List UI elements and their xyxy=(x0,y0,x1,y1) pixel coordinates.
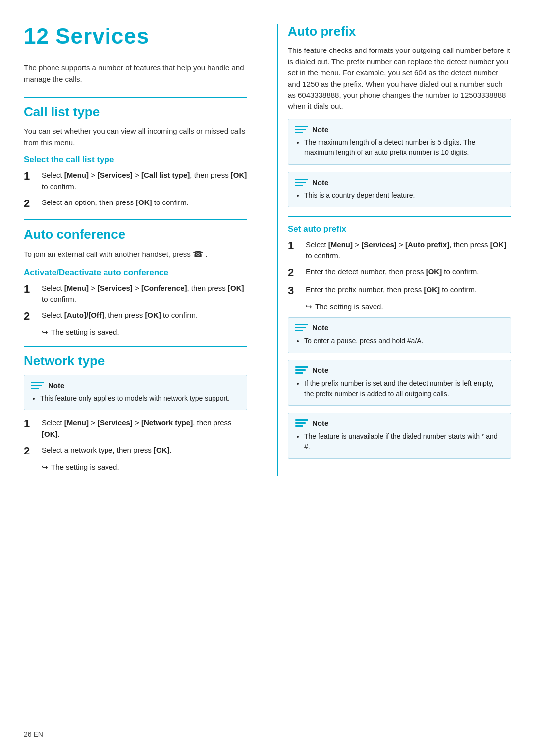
step-number: 1 xyxy=(24,170,38,183)
note-item: The maximum length of a detect number is… xyxy=(304,137,504,158)
note-content: This is a country dependent feature. xyxy=(295,190,504,201)
note-content: This feature only applies to models with… xyxy=(31,393,240,403)
auto-prefix-note-2: Note This is a country dependent feature… xyxy=(288,172,511,207)
note-label: Note xyxy=(312,323,328,332)
auto-conference-steps: 1 Select [Menu] > [Services] > [Conferen… xyxy=(24,283,247,323)
step-text: Select [Menu] > [Services] > [Auto prefi… xyxy=(306,239,511,261)
right-column: Auto prefix This feature checks and form… xyxy=(277,24,511,476)
note-icon xyxy=(295,365,308,375)
auto-conference-title: Auto conference xyxy=(24,227,247,242)
note-header: Note xyxy=(295,365,504,375)
auto-conf-result: ↪ The setting is saved. xyxy=(42,328,247,337)
left-column: 12 Services The phone supports a number … xyxy=(24,24,257,476)
step-number: 2 xyxy=(24,197,38,210)
auto-prefix-title: Auto prefix xyxy=(288,24,511,39)
select-call-list-subsection: Select the call list type xyxy=(24,155,247,165)
step-number: 1 xyxy=(24,417,38,430)
step-number: 2 xyxy=(24,445,38,457)
note-item: The feature is unavailable if the dialed… xyxy=(304,431,504,452)
step-number: 1 xyxy=(24,283,38,296)
network-type-steps: 1 Select [Menu] > [Services] > [Network … xyxy=(24,417,247,457)
note-icon xyxy=(295,124,308,134)
intro-text: The phone supports a number of features … xyxy=(24,62,247,85)
phone-icon: ☎ xyxy=(193,248,203,261)
step-text: Select [Menu] > [Services] > [Network ty… xyxy=(42,417,247,440)
arrow-icon: ↪ xyxy=(42,463,48,472)
call-list-type-desc: You can set whether you can view all inc… xyxy=(24,126,247,148)
note-icon xyxy=(295,323,308,333)
section-divider-auto-conf xyxy=(24,219,247,220)
auto-prefix-note-1: Note The maximum length of a detect numb… xyxy=(288,119,511,165)
call-list-type-title: Call list type xyxy=(24,104,247,120)
note-header: Note xyxy=(295,177,504,187)
step-item: 2 Select a network type, then press [OK]… xyxy=(24,445,247,457)
note-content: If the prefix number is set and the dete… xyxy=(295,378,504,399)
set-prefix-note-2: Note If the prefix number is set and the… xyxy=(288,360,511,406)
note-label: Note xyxy=(312,366,328,374)
note-item: If the prefix number is set and the dete… xyxy=(304,378,504,399)
step-number: 1 xyxy=(288,239,302,252)
note-label: Note xyxy=(312,125,328,134)
auto-prefix-desc: This feature checks and formats your out… xyxy=(288,45,511,112)
step-item: 2 Select an option, then press [OK] to c… xyxy=(24,197,247,210)
auto-conference-desc: To join an external call with another ha… xyxy=(24,248,247,261)
note-content: To enter a pause, press and hold #a/A. xyxy=(295,336,504,346)
note-icon xyxy=(295,177,308,187)
arrow-icon: ↪ xyxy=(306,302,312,311)
step-item: 1 Select [Menu] > [Services] > [Conferen… xyxy=(24,283,247,305)
step-number: 2 xyxy=(24,310,38,323)
note-item: This is a country dependent feature. xyxy=(304,190,504,201)
chapter-title: 12 Services xyxy=(24,24,247,49)
step-number: 2 xyxy=(288,266,302,279)
set-auto-prefix-result: ↪ The setting is saved. xyxy=(306,302,511,311)
step-text: Enter the prefix number, then press [OK]… xyxy=(306,284,477,296)
call-list-steps: 1 Select [Menu] > [Services] > [Call lis… xyxy=(24,170,247,210)
note-content: The maximum length of a detect number is… xyxy=(295,137,504,158)
section-divider-set-prefix xyxy=(288,216,511,217)
note-label: Note xyxy=(48,381,64,390)
step-text: Select an option, then press [OK] to con… xyxy=(42,197,189,208)
note-header: Note xyxy=(295,124,504,134)
step-text: Enter the detect number, then press [OK]… xyxy=(306,266,479,278)
step-item: 2 Enter the detect number, then press [O… xyxy=(288,266,511,279)
step-text: Select a network type, then press [OK]. xyxy=(42,445,172,456)
step-item: 1 Select [Menu] > [Services] > [Network … xyxy=(24,417,247,440)
step-text: Select [Auto]/[Off], then press [OK] to … xyxy=(42,310,198,321)
section-divider-network xyxy=(24,346,247,347)
note-header: Note xyxy=(31,380,240,390)
step-item: 1 Select [Menu] > [Services] > [Auto pre… xyxy=(288,239,511,261)
page-footer: 26 EN xyxy=(24,730,43,738)
note-item: To enter a pause, press and hold #a/A. xyxy=(304,336,504,346)
note-icon xyxy=(295,418,308,428)
note-label: Note xyxy=(312,419,328,427)
step-item: 2 Select [Auto]/[Off], then press [OK] t… xyxy=(24,310,247,323)
network-type-result: ↪ The setting is saved. xyxy=(42,463,247,472)
note-item: This feature only applies to models with… xyxy=(40,393,240,403)
step-item: 3 Enter the prefix number, then press [O… xyxy=(288,284,511,297)
network-type-note: Note This feature only applies to models… xyxy=(24,375,247,410)
section-divider-call-list xyxy=(24,97,247,98)
step-item: 1 Select [Menu] > [Services] > [Call lis… xyxy=(24,170,247,192)
network-type-title: Network type xyxy=(24,353,247,369)
note-header: Note xyxy=(295,323,504,333)
set-prefix-note-1: Note To enter a pause, press and hold #a… xyxy=(288,317,511,353)
set-prefix-note-3: Note The feature is unavailable if the d… xyxy=(288,413,511,459)
note-icon xyxy=(31,380,44,390)
step-text: Select [Menu] > [Services] > [Call list … xyxy=(42,170,247,192)
note-content: The feature is unavailable if the dialed… xyxy=(295,431,504,452)
arrow-icon: ↪ xyxy=(42,328,48,337)
set-auto-prefix-subsection: Set auto prefix xyxy=(288,224,511,234)
note-label: Note xyxy=(312,178,328,187)
step-text: Select [Menu] > [Services] > [Conference… xyxy=(42,283,247,305)
auto-conf-subsection: Activate/Deactivate auto conference xyxy=(24,268,247,278)
step-number: 3 xyxy=(288,284,302,297)
note-header: Note xyxy=(295,418,504,428)
set-auto-prefix-steps: 1 Select [Menu] > [Services] > [Auto pre… xyxy=(288,239,511,298)
